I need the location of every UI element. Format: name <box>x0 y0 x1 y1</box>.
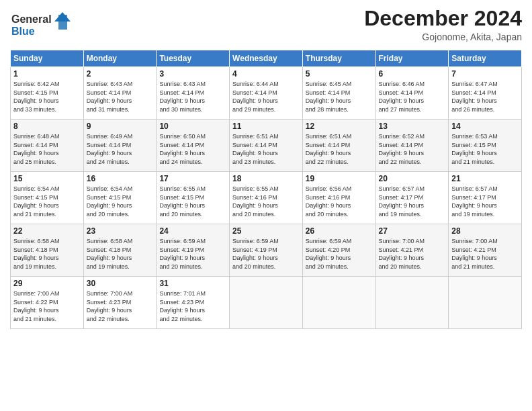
day-info: Sunrise: 6:48 AM Sunset: 4:14 PM Dayligh… <box>13 132 81 166</box>
weekday-header: Wednesday <box>230 50 303 67</box>
day-number: 27 <box>379 226 446 236</box>
calendar-cell <box>302 277 375 329</box>
calendar-cell: 30Sunrise: 7:00 AM Sunset: 4:23 PM Dayli… <box>83 277 157 329</box>
day-number: 11 <box>232 122 300 131</box>
logo: General Blue <box>10 9 74 44</box>
day-number: 28 <box>451 226 519 236</box>
day-info: Sunrise: 6:55 AM Sunset: 4:16 PM Dayligh… <box>232 185 300 218</box>
svg-text:Blue: Blue <box>11 26 35 37</box>
day-number: 3 <box>159 69 226 79</box>
day-number: 17 <box>159 174 226 183</box>
calendar-week-row: 29Sunrise: 7:00 AM Sunset: 4:22 PM Dayli… <box>11 277 522 329</box>
calendar-cell: 13Sunrise: 6:52 AM Sunset: 4:14 PM Dayli… <box>375 120 449 172</box>
calendar-cell: 17Sunrise: 6:55 AM Sunset: 4:15 PM Dayli… <box>157 172 230 224</box>
calendar-cell: 12Sunrise: 6:51 AM Sunset: 4:14 PM Dayli… <box>302 120 375 172</box>
calendar-cell: 9Sunrise: 6:49 AM Sunset: 4:14 PM Daylig… <box>83 120 157 172</box>
weekday-header: Tuesday <box>157 50 230 67</box>
calendar-cell: 29Sunrise: 7:00 AM Sunset: 4:22 PM Dayli… <box>11 277 84 329</box>
day-number: 9 <box>87 122 154 131</box>
day-number: 22 <box>13 226 81 236</box>
day-info: Sunrise: 6:43 AM Sunset: 4:14 PM Dayligh… <box>159 80 226 113</box>
day-number: 7 <box>451 69 519 79</box>
day-info: Sunrise: 6:51 AM Sunset: 4:14 PM Dayligh… <box>232 132 300 166</box>
day-info: Sunrise: 6:59 AM Sunset: 4:19 PM Dayligh… <box>159 237 226 271</box>
day-number: 30 <box>87 279 154 288</box>
calendar-week-row: 22Sunrise: 6:58 AM Sunset: 4:18 PM Dayli… <box>11 224 522 277</box>
calendar-cell: 31Sunrise: 7:01 AM Sunset: 4:23 PM Dayli… <box>157 277 230 329</box>
header: General Blue December 2024 Gojonome, Aki… <box>10 7 522 44</box>
day-info: Sunrise: 6:57 AM Sunset: 4:17 PM Dayligh… <box>451 185 519 218</box>
day-number: 15 <box>13 174 81 183</box>
calendar-cell: 28Sunrise: 7:00 AM Sunset: 4:21 PM Dayli… <box>449 224 522 277</box>
calendar-cell: 20Sunrise: 6:57 AM Sunset: 4:17 PM Dayli… <box>375 172 449 224</box>
day-info: Sunrise: 6:46 AM Sunset: 4:14 PM Dayligh… <box>379 80 446 113</box>
calendar-cell: 2Sunrise: 6:43 AM Sunset: 4:14 PM Daylig… <box>83 67 157 120</box>
day-info: Sunrise: 6:53 AM Sunset: 4:15 PM Dayligh… <box>451 132 519 166</box>
day-number: 20 <box>379 174 446 183</box>
calendar-week-row: 1Sunrise: 6:42 AM Sunset: 4:15 PM Daylig… <box>11 67 522 120</box>
day-info: Sunrise: 6:54 AM Sunset: 4:15 PM Dayligh… <box>13 185 81 218</box>
day-info: Sunrise: 6:58 AM Sunset: 4:18 PM Dayligh… <box>13 237 81 271</box>
day-info: Sunrise: 6:42 AM Sunset: 4:15 PM Dayligh… <box>13 80 81 113</box>
day-info: Sunrise: 6:59 AM Sunset: 4:19 PM Dayligh… <box>232 237 300 271</box>
calendar-cell: 1Sunrise: 6:42 AM Sunset: 4:15 PM Daylig… <box>11 67 84 120</box>
calendar-cell: 24Sunrise: 6:59 AM Sunset: 4:19 PM Dayli… <box>157 224 230 277</box>
day-number: 2 <box>87 69 154 79</box>
weekday-header: Thursday <box>302 50 375 67</box>
day-info: Sunrise: 7:00 AM Sunset: 4:21 PM Dayligh… <box>379 237 446 271</box>
location: Gojonome, Akita, Japan <box>364 32 522 42</box>
svg-marker-3 <box>54 12 71 21</box>
calendar-week-row: 15Sunrise: 6:54 AM Sunset: 4:15 PM Dayli… <box>11 172 522 224</box>
calendar-cell: 27Sunrise: 7:00 AM Sunset: 4:21 PM Dayli… <box>375 224 449 277</box>
day-number: 18 <box>232 174 300 183</box>
svg-text:General: General <box>11 13 52 25</box>
calendar-cell: 3Sunrise: 6:43 AM Sunset: 4:14 PM Daylig… <box>157 67 230 120</box>
day-info: Sunrise: 6:43 AM Sunset: 4:14 PM Dayligh… <box>87 80 154 113</box>
calendar-cell: 23Sunrise: 6:58 AM Sunset: 4:18 PM Dayli… <box>83 224 157 277</box>
calendar-cell: 14Sunrise: 6:53 AM Sunset: 4:15 PM Dayli… <box>449 120 522 172</box>
day-number: 12 <box>306 122 373 131</box>
calendar-week-row: 8Sunrise: 6:48 AM Sunset: 4:14 PM Daylig… <box>11 120 522 172</box>
day-info: Sunrise: 6:59 AM Sunset: 4:20 PM Dayligh… <box>306 237 373 271</box>
calendar-cell: 4Sunrise: 6:44 AM Sunset: 4:14 PM Daylig… <box>230 67 303 120</box>
day-number: 1 <box>13 69 81 79</box>
day-info: Sunrise: 6:55 AM Sunset: 4:15 PM Dayligh… <box>159 185 226 218</box>
day-info: Sunrise: 6:51 AM Sunset: 4:14 PM Dayligh… <box>306 132 373 166</box>
day-number: 5 <box>306 69 373 79</box>
day-info: Sunrise: 6:54 AM Sunset: 4:15 PM Dayligh… <box>87 185 154 218</box>
logo-content: General Blue <box>10 9 74 44</box>
day-number: 10 <box>159 122 226 131</box>
day-number: 24 <box>159 226 226 236</box>
day-number: 13 <box>379 122 446 131</box>
day-number: 4 <box>232 69 300 79</box>
day-number: 21 <box>451 174 519 183</box>
day-number: 25 <box>232 226 300 236</box>
calendar-cell <box>230 277 303 329</box>
weekday-header: Monday <box>83 50 157 67</box>
calendar-cell: 15Sunrise: 6:54 AM Sunset: 4:15 PM Dayli… <box>11 172 84 224</box>
day-info: Sunrise: 6:57 AM Sunset: 4:17 PM Dayligh… <box>379 185 446 218</box>
day-info: Sunrise: 6:49 AM Sunset: 4:14 PM Dayligh… <box>87 132 154 166</box>
calendar-body: 1Sunrise: 6:42 AM Sunset: 4:15 PM Daylig… <box>11 67 522 329</box>
day-info: Sunrise: 7:00 AM Sunset: 4:23 PM Dayligh… <box>87 289 154 323</box>
day-number: 19 <box>306 174 373 183</box>
calendar-cell: 26Sunrise: 6:59 AM Sunset: 4:20 PM Dayli… <box>302 224 375 277</box>
weekday-header: Sunday <box>11 50 84 67</box>
weekday-header: Saturday <box>449 50 522 67</box>
day-number: 29 <box>13 279 81 288</box>
weekday-header-row: SundayMondayTuesdayWednesdayThursdayFrid… <box>11 50 522 67</box>
day-info: Sunrise: 7:00 AM Sunset: 4:22 PM Dayligh… <box>13 289 81 323</box>
calendar-cell: 6Sunrise: 6:46 AM Sunset: 4:14 PM Daylig… <box>375 67 449 120</box>
calendar-cell: 19Sunrise: 6:56 AM Sunset: 4:16 PM Dayli… <box>302 172 375 224</box>
title-block: December 2024 Gojonome, Akita, Japan <box>364 7 522 42</box>
calendar-cell: 18Sunrise: 6:55 AM Sunset: 4:16 PM Dayli… <box>230 172 303 224</box>
day-number: 31 <box>159 279 226 288</box>
day-number: 8 <box>13 122 81 131</box>
day-info: Sunrise: 6:56 AM Sunset: 4:16 PM Dayligh… <box>306 185 373 218</box>
day-info: Sunrise: 7:00 AM Sunset: 4:21 PM Dayligh… <box>451 237 519 271</box>
calendar-cell: 22Sunrise: 6:58 AM Sunset: 4:18 PM Dayli… <box>11 224 84 277</box>
weekday-header: Friday <box>375 50 449 67</box>
calendar-cell: 10Sunrise: 6:50 AM Sunset: 4:14 PM Dayli… <box>157 120 230 172</box>
calendar-cell <box>449 277 522 329</box>
main-container: General Blue December 2024 Gojonome, Aki… <box>0 0 532 411</box>
